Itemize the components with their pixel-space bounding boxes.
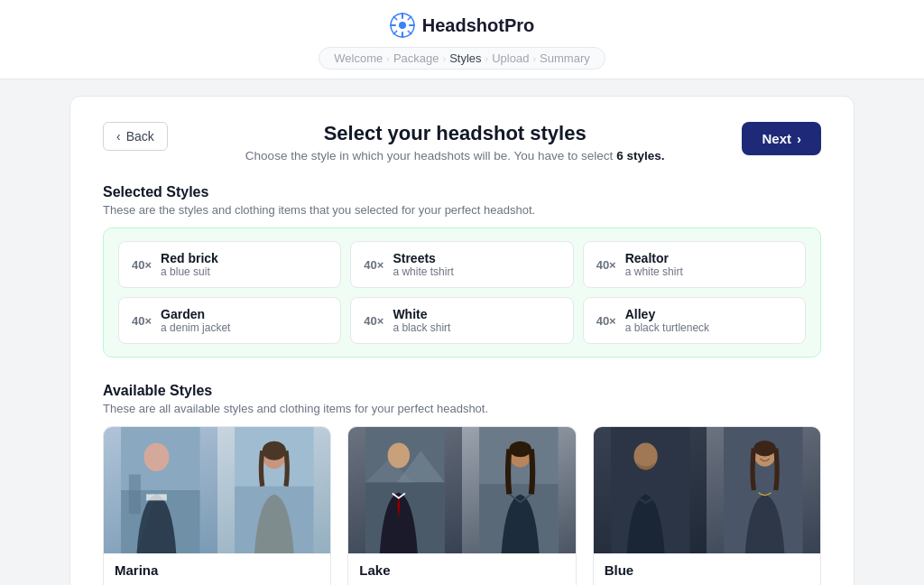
header: HeadshotPro Welcome › Package › Styles ›…	[0, 0, 924, 79]
selected-chip-3: 40× Garden a denim jacket	[118, 297, 341, 344]
breadcrumb-sep-2: ›	[442, 53, 446, 64]
svg-point-13	[143, 443, 169, 472]
next-chevron-icon: ›	[797, 131, 801, 146]
selected-styles-section: Selected Styles These are the styles and…	[103, 184, 821, 358]
chip-name-5: Alley	[625, 307, 709, 321]
svg-point-1	[399, 22, 406, 29]
back-label: Back	[126, 129, 154, 144]
page-title-area: Select your headshot styles Choose the s…	[168, 122, 743, 162]
main-card: ‹ Back Select your headshot styles Choos…	[69, 96, 855, 585]
selected-chip-2: 40× Realtor a white shirt	[583, 241, 806, 288]
chip-count-0: 40×	[132, 258, 152, 272]
breadcrumb-sep-3: ›	[485, 53, 489, 64]
selected-chip-5: 40× Alley a black turtleneck	[583, 297, 806, 344]
svg-line-9	[393, 31, 397, 34]
chip-count-3: 40×	[132, 314, 152, 328]
lake-img-right	[462, 427, 576, 553]
svg-point-23	[388, 443, 411, 469]
chip-count-4: 40×	[364, 314, 383, 328]
breadcrumb-summary[interactable]: Summary	[540, 51, 590, 65]
selected-chip-4: 40× White a black shirt	[350, 297, 573, 344]
breadcrumb-sep-4: ›	[532, 53, 536, 64]
chip-desc-0: a blue suit	[161, 265, 218, 278]
chip-name-1: Streets	[393, 251, 453, 265]
back-button[interactable]: ‹ Back	[103, 122, 168, 151]
breadcrumb-styles[interactable]: Styles	[449, 51, 481, 65]
chip-desc-4: a black shirt	[393, 321, 450, 334]
svg-line-8	[408, 16, 411, 20]
selected-chip-0: 40× Red brick a blue suit	[118, 241, 341, 288]
selected-styles-grid: 40× Red brick a blue suit 40× Streets a …	[103, 228, 821, 358]
back-chevron-icon: ‹	[116, 129, 121, 144]
blue-footer: Blue ⊕ Select background	[594, 553, 820, 585]
page-title: Select your headshot styles	[168, 122, 743, 145]
logo-text: HeadshotPro	[422, 15, 534, 36]
chip-name-2: Realtor	[625, 251, 683, 265]
chip-name-3: Garden	[161, 307, 230, 321]
blue-name: Blue	[605, 562, 809, 578]
marina-img-left	[104, 427, 217, 553]
selected-styles-subtitle: These are the styles and clothing items …	[103, 203, 821, 217]
available-styles-title: Available Styles	[103, 383, 821, 399]
svg-point-18	[262, 441, 285, 460]
breadcrumb-package[interactable]: Package	[393, 51, 439, 65]
selected-styles-title: Selected Styles	[103, 184, 821, 200]
svg-line-6	[393, 16, 397, 20]
marina-name: Marina	[115, 562, 319, 578]
lake-name: Lake	[359, 562, 564, 578]
style-card-marina: Marina ⊕ Select background	[103, 426, 331, 585]
chip-desc-2: a white shirt	[625, 265, 683, 278]
chip-desc-3: a denim jacket	[161, 321, 230, 334]
marina-img-right	[217, 427, 331, 553]
available-styles-section: Available Styles These are all available…	[103, 383, 821, 585]
svg-point-27	[509, 441, 531, 458]
svg-rect-12	[129, 475, 141, 515]
breadcrumb: Welcome › Package › Styles › Upload › Su…	[319, 47, 605, 70]
svg-line-7	[408, 31, 411, 34]
available-styles-grid: Marina ⊕ Select background	[103, 426, 821, 585]
svg-rect-14	[146, 494, 167, 500]
breadcrumb-welcome[interactable]: Welcome	[334, 51, 383, 65]
page-subtitle: Choose the style in which your headshots…	[168, 149, 743, 162]
style-card-lake: Lake ⊕ Select background	[347, 426, 576, 585]
top-bar: ‹ Back Select your headshot styles Choos…	[103, 122, 821, 162]
svg-point-29	[633, 443, 657, 470]
lake-footer: Lake ⊕ Select background	[348, 553, 575, 585]
next-button[interactable]: Next ›	[742, 122, 821, 155]
breadcrumb-sep-1: ›	[386, 53, 390, 64]
chip-name-0: Red brick	[161, 251, 218, 265]
lake-images	[348, 427, 575, 553]
chip-count-1: 40×	[364, 258, 383, 272]
logo-row: HeadshotPro	[390, 13, 534, 38]
available-styles-subtitle: These are all available styles and cloth…	[103, 402, 821, 415]
logo-icon	[390, 13, 415, 38]
breadcrumb-upload[interactable]: Upload	[492, 51, 529, 65]
next-label: Next	[762, 131, 791, 146]
marina-images	[104, 427, 330, 553]
blue-img-left	[594, 427, 707, 553]
blue-img-right	[707, 427, 820, 553]
selected-chip-1: 40× Streets a white tshirt	[350, 241, 573, 288]
lake-img-left	[348, 427, 462, 553]
style-card-blue: Blue ⊕ Select background	[593, 426, 821, 585]
chip-desc-1: a white tshirt	[393, 265, 453, 278]
chip-desc-5: a black turtleneck	[625, 321, 709, 334]
blue-images	[594, 427, 820, 553]
chip-count-2: 40×	[596, 258, 616, 272]
svg-point-32	[754, 441, 777, 457]
chip-count-5: 40×	[596, 314, 616, 328]
chip-name-4: White	[393, 307, 450, 321]
marina-footer: Marina ⊕ Select background	[104, 553, 330, 585]
